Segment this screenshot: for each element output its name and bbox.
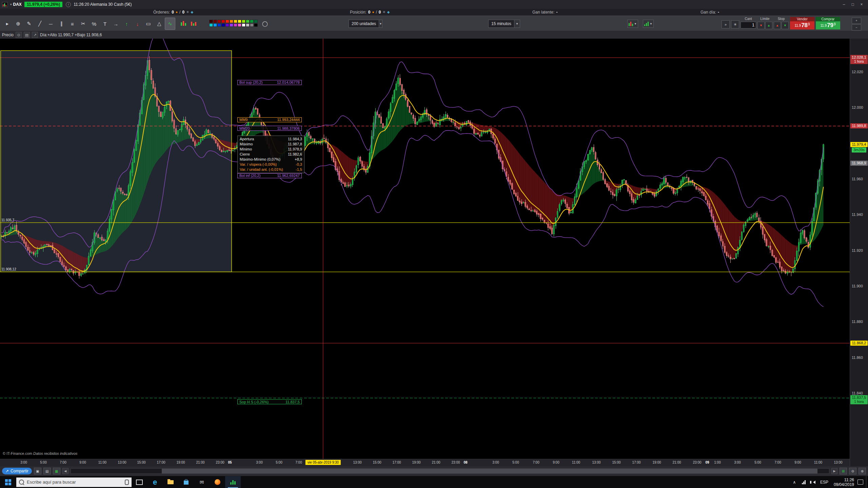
support-box[interactable]: Sop H S (-0,26%)11.837,5 bbox=[237, 399, 302, 404]
cursor-tool[interactable]: ▸ bbox=[2, 18, 13, 30]
show-desktop-button[interactable] bbox=[866, 476, 868, 488]
chart-scrollbar[interactable] bbox=[71, 468, 829, 474]
task-view-button[interactable] bbox=[132, 476, 147, 488]
position-settings-icon[interactable]: ✳ bbox=[382, 11, 385, 14]
arrow-up-tool[interactable]: ↑ bbox=[121, 18, 132, 30]
timeframe-dropdown[interactable]: 15 minutos ▼ bbox=[488, 20, 520, 28]
info-icon[interactable]: i bbox=[66, 2, 71, 7]
chart-type-dropdown[interactable]: ▼ bbox=[627, 20, 638, 28]
orders-settings-icon[interactable]: ✳ bbox=[186, 11, 189, 14]
color-swatch[interactable] bbox=[242, 20, 245, 23]
limit-sell-button[interactable]: ▼ bbox=[757, 22, 765, 29]
trading-app-button[interactable] bbox=[225, 476, 241, 488]
axis-zoom-out-button[interactable]: − bbox=[852, 24, 861, 30]
chart-area[interactable]: Bol sup (20,2)12.014,06778MM911.993,2444… bbox=[0, 39, 868, 466]
volume-icon[interactable] bbox=[809, 476, 818, 488]
color-swatch[interactable] bbox=[230, 20, 233, 23]
bol-sup-box[interactable]: Bol sup (20,2)12.014,06778 bbox=[237, 80, 302, 85]
pencil-tool[interactable]: ✎ bbox=[24, 18, 34, 30]
zoom-out-icon[interactable]: ⊖ bbox=[849, 468, 856, 474]
units-dropdown[interactable]: 200 unidades ▼ bbox=[349, 20, 382, 28]
stop-buy-button[interactable]: ▼ bbox=[782, 22, 789, 29]
close-button[interactable]: × bbox=[857, 1, 866, 8]
orders-icon[interactable]: ● bbox=[176, 11, 178, 14]
color-swatch[interactable] bbox=[221, 23, 225, 27]
instrument-symbol[interactable]: DAX bbox=[13, 2, 22, 7]
zoom-tool[interactable]: ⊕ bbox=[13, 18, 23, 30]
color-swatch[interactable] bbox=[242, 23, 245, 27]
color-swatch[interactable] bbox=[230, 23, 233, 27]
action-center-icon[interactable] bbox=[857, 480, 863, 485]
screenshot-icon[interactable]: ▣ bbox=[34, 468, 41, 474]
minimize-button[interactable]: – bbox=[840, 1, 848, 8]
taskbar-search-input[interactable]: Escribe aquí para buscar bbox=[16, 477, 132, 487]
arrow-down-tool[interactable]: ↓ bbox=[132, 18, 143, 30]
indicator-dropdown[interactable]: ▼ bbox=[643, 20, 654, 28]
wave-tool[interactable]: ∿ bbox=[165, 18, 175, 30]
bol-inf-box[interactable]: Bol inf (20,2)11.962,69247 bbox=[237, 173, 302, 178]
candle-style-button[interactable] bbox=[179, 18, 188, 29]
chevron-down-icon[interactable]: ▼ bbox=[514, 20, 520, 27]
store-button[interactable] bbox=[178, 476, 194, 488]
color-swatch[interactable] bbox=[213, 23, 217, 27]
pane-grid-icon[interactable]: ▤ bbox=[24, 32, 30, 38]
hidden-icons-chevron[interactable]: ∧ bbox=[790, 476, 799, 488]
ellipse-tool[interactable]: ◯ bbox=[260, 18, 270, 30]
file-explorer-button[interactable] bbox=[163, 476, 178, 488]
delete-tool[interactable]: ✂ bbox=[78, 18, 88, 30]
fit-chart-icon[interactable]: ⊞ bbox=[840, 468, 847, 474]
taskbar-clock[interactable]: 11:26 09/04/2019 bbox=[830, 477, 857, 487]
order-settings-icon[interactable]: ✳ bbox=[731, 20, 739, 28]
firefox-button[interactable] bbox=[210, 476, 225, 488]
position-list-icon[interactable]: ◆ bbox=[387, 11, 390, 14]
pane-expand-icon[interactable]: ↗ bbox=[32, 32, 38, 38]
stop-sell-button[interactable]: ▲ bbox=[774, 22, 781, 29]
color-swatch[interactable] bbox=[225, 20, 229, 23]
chart-list-icon[interactable]: ▤ bbox=[43, 468, 51, 474]
color-swatch[interactable] bbox=[213, 20, 217, 23]
grid-view-icon[interactable]: ▦ bbox=[53, 468, 60, 474]
mm20-box[interactable]: MM2011.988,37806 bbox=[237, 126, 302, 131]
color-swatch[interactable] bbox=[238, 23, 241, 27]
time-axis[interactable]: 3:005:007:009:0011:0013:0015:0017:0019:0… bbox=[0, 459, 850, 466]
color-swatch[interactable] bbox=[209, 20, 213, 23]
bar-style-button[interactable] bbox=[189, 18, 198, 29]
network-icon[interactable] bbox=[799, 476, 809, 488]
quantity-input[interactable] bbox=[741, 22, 756, 28]
scrollbar-thumb[interactable] bbox=[162, 469, 817, 473]
triangle-tool[interactable]: △ bbox=[154, 18, 164, 30]
microphone-icon[interactable] bbox=[125, 480, 129, 485]
pane-settings-icon[interactable]: ⊙ bbox=[16, 32, 22, 38]
chevron-down-icon[interactable]: ▾ bbox=[10, 3, 12, 6]
mail-button[interactable]: ✉ bbox=[194, 476, 210, 488]
color-swatch[interactable] bbox=[254, 23, 258, 27]
axis-zoom-in-button[interactable]: + bbox=[852, 18, 861, 24]
orders-list-icon[interactable]: ◆ bbox=[191, 11, 194, 14]
fibonacci-tool[interactable]: ≡ bbox=[67, 18, 78, 30]
color-swatch[interactable] bbox=[209, 23, 213, 27]
collapse-panel-button[interactable]: » bbox=[722, 20, 730, 28]
color-swatch[interactable] bbox=[217, 23, 221, 27]
start-button[interactable] bbox=[0, 476, 16, 488]
color-swatch[interactable] bbox=[234, 20, 237, 23]
position-icon[interactable]: ● bbox=[372, 11, 374, 14]
color-swatch[interactable] bbox=[221, 20, 225, 23]
arrow-tool[interactable]: → bbox=[111, 18, 121, 30]
edge-browser-button[interactable]: e bbox=[147, 476, 163, 488]
maximize-button[interactable]: □ bbox=[848, 1, 857, 8]
price-axis[interactable]: 12.02012.00011.96011.94011.92011.90011.8… bbox=[850, 39, 868, 466]
color-swatch[interactable] bbox=[254, 20, 258, 23]
color-swatch[interactable] bbox=[225, 23, 229, 27]
scroll-left-button[interactable]: ◀ bbox=[62, 468, 68, 474]
chevron-down-icon[interactable]: ▼ bbox=[379, 20, 382, 27]
mm9-box[interactable]: MM911.993,24444 bbox=[237, 117, 302, 122]
color-swatch[interactable] bbox=[246, 23, 250, 27]
percent-tool[interactable]: % bbox=[89, 18, 99, 30]
color-swatch[interactable] bbox=[238, 20, 241, 23]
color-swatch[interactable] bbox=[246, 20, 250, 23]
sell-button[interactable]: Vender 11.9789 bbox=[790, 17, 814, 29]
share-button[interactable]: ↗ Compartir bbox=[2, 468, 32, 474]
candlestick-chart[interactable] bbox=[0, 39, 850, 459]
pane-title[interactable]: Precio bbox=[2, 33, 14, 37]
limit-buy-button[interactable]: ▲ bbox=[765, 22, 772, 29]
